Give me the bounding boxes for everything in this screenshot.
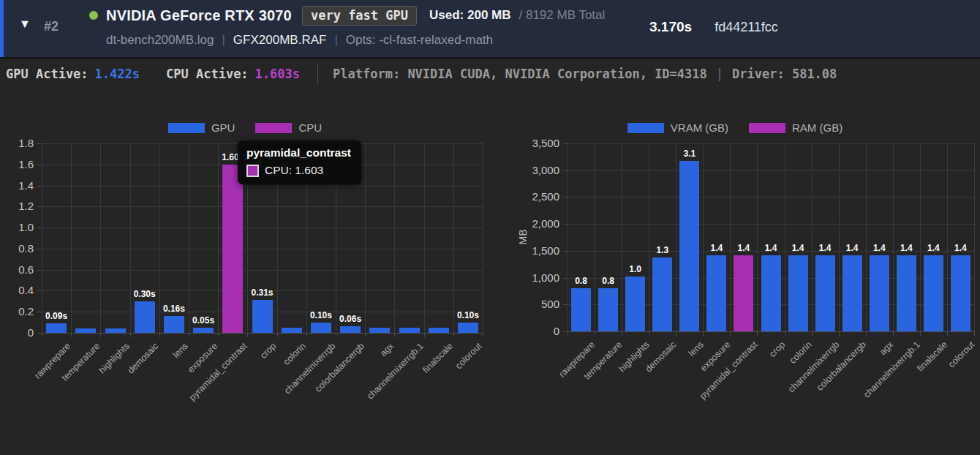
bar-finalscale[interactable] — [429, 328, 449, 333]
x-tick-mark — [622, 331, 622, 336]
legend-item-cpu[interactable]: CPU — [255, 121, 322, 134]
bar-colorin[interactable] — [788, 255, 808, 331]
commit-hash: fd44211fcc — [715, 20, 778, 35]
bar-agx[interactable] — [369, 328, 390, 333]
bar-rawprepare[interactable] — [46, 323, 67, 333]
bar-temperature[interactable] — [598, 288, 618, 331]
gridline — [757, 143, 758, 331]
gridline — [42, 333, 483, 334]
bar-value-label: 0.31s — [241, 287, 284, 298]
collapse-toggle-icon[interactable]: ▼ — [19, 18, 31, 31]
gridline — [365, 143, 366, 333]
gridline — [42, 249, 483, 249]
bar-value-label: 0.8 — [587, 276, 630, 286]
x-tick-mark — [483, 333, 483, 337]
gridline — [568, 331, 974, 332]
x-tick-mark — [812, 331, 813, 336]
bar-colorout[interactable] — [951, 255, 970, 331]
separator: | — [334, 33, 337, 48]
y-tick-label: 1,000 — [516, 271, 559, 285]
x-axis-label: lens — [171, 341, 190, 360]
gridline — [130, 143, 131, 333]
y-tick-label: 1.2 — [0, 200, 34, 213]
bar-channelmixerrgb[interactable] — [815, 255, 835, 331]
x-axis-label: crop — [767, 339, 787, 359]
x-tick-mark — [100, 333, 101, 337]
y-tick-label: 0.8 — [0, 242, 34, 255]
bar-rawprepare[interactable] — [571, 288, 591, 331]
bar-highlights[interactable] — [625, 277, 645, 331]
bar-demosaic[interactable] — [652, 257, 672, 331]
cpu-active-value: 1.603s — [255, 67, 300, 81]
x-tick-mark — [336, 333, 336, 337]
y-tick-label: 3,000 — [516, 164, 559, 177]
bar-temperature[interactable] — [75, 328, 96, 333]
bar-colorbalancergb[interactable] — [843, 255, 862, 331]
bar-exposure[interactable] — [193, 328, 214, 333]
bar-exposure[interactable] — [706, 255, 726, 331]
header-files-row: dt-bench200MB.log | GFX200MB.RAF | Opts:… — [106, 33, 493, 48]
gridline — [394, 143, 395, 333]
gridline — [974, 143, 975, 331]
y-tick-label: 1.4 — [0, 179, 34, 192]
gpu-active-value: 1.422s — [95, 67, 140, 81]
x-axis-label: crop — [258, 341, 278, 361]
gridline — [42, 270, 483, 271]
gridline — [483, 143, 483, 333]
bar-finalscale[interactable] — [924, 255, 943, 331]
bar-channelmixerrgb.1[interactable] — [897, 255, 916, 331]
gridline — [947, 143, 948, 331]
bar-agx[interactable] — [870, 255, 889, 331]
legend-item-vram[interactable]: VRAM (GB) — [627, 121, 728, 134]
result-header: ▼ #2 NVIDIA GeForce RTX 3070 very fast G… — [0, 0, 980, 59]
bar-pyramidal_contrast[interactable] — [222, 165, 243, 333]
y-tick-label: 1.0 — [0, 221, 34, 234]
x-axis-label: channelmixerrgb — [282, 341, 337, 396]
x-tick-mark — [71, 333, 72, 337]
legend-item-gpu[interactable]: GPU — [168, 121, 235, 134]
bar-value-label: 0.06s — [328, 314, 372, 324]
x-tick-mark — [866, 331, 867, 336]
memory-per-module-chart: VRAM (GB)RAM (GB)05001,0001,5002,0002,50… — [490, 86, 980, 455]
gridline — [453, 143, 454, 333]
x-tick-mark — [839, 331, 840, 336]
x-axis-label: finalscale — [421, 341, 455, 375]
bar-crop[interactable] — [761, 255, 781, 331]
active-time-statsbar: GPU Active: 1.422s CPU Active: 1.603s Pl… — [0, 59, 980, 89]
bar-colorbalancergb[interactable] — [340, 326, 361, 333]
y-tick-label: 0 — [0, 326, 34, 339]
header-accent-stripe — [0, 0, 4, 57]
gridline — [568, 143, 974, 144]
bar-pyramidal_contrast[interactable] — [734, 255, 753, 331]
x-tick-mark — [394, 333, 395, 337]
x-tick-mark — [974, 331, 975, 336]
tooltip-title: pyramidal_contrast — [246, 146, 351, 159]
chart-legend: GPUCPU — [0, 121, 490, 134]
bar-channelmixerrgb.1[interactable] — [399, 328, 420, 333]
x-tick-mark — [365, 333, 366, 337]
gpu-name: NVIDIA GeForce RTX 3070 — [106, 7, 292, 24]
legend-item-ram[interactable]: RAM (GB) — [749, 121, 843, 134]
x-axis-label: agx — [878, 339, 895, 357]
bar-highlights[interactable] — [105, 328, 126, 333]
gridline — [893, 143, 894, 331]
x-tick-mark — [277, 333, 278, 337]
separator: | — [222, 33, 225, 48]
y-tick-label: 500 — [516, 298, 559, 311]
x-tick-mark — [453, 333, 454, 337]
bar-colorout[interactable] — [458, 323, 478, 333]
x-axis-label: demosaic — [126, 341, 161, 376]
y-tick-label: 2,000 — [516, 217, 559, 230]
x-tick-mark — [730, 331, 731, 336]
divider — [317, 64, 318, 84]
bar-colorin[interactable] — [282, 328, 302, 333]
bar-value-label: 1.0 — [614, 264, 657, 274]
speed-badge: very fast GPU — [302, 6, 417, 26]
header-main-row: NVIDIA GeForce RTX 3070 very fast GPU Us… — [89, 4, 605, 27]
bar-crop[interactable] — [252, 300, 273, 333]
gridline — [42, 143, 42, 333]
gridline — [839, 143, 840, 331]
gridline — [785, 143, 785, 331]
benchmark-result-panel: ▼ #2 NVIDIA GeForce RTX 3070 very fast G… — [0, 0, 980, 455]
legend-swatch-icon — [749, 123, 785, 133]
